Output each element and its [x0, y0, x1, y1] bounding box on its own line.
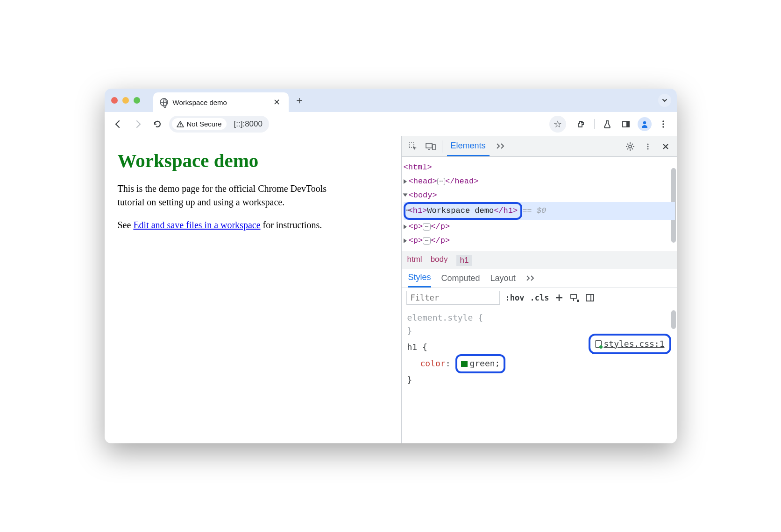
- tab-bar: Workspace demo ✕ ＋: [105, 89, 677, 112]
- collapsed-icon[interactable]: ⋯: [423, 237, 431, 245]
- scrollbar[interactable]: [671, 310, 676, 329]
- cls-toggle[interactable]: .cls: [530, 293, 549, 302]
- svg-rect-9: [426, 143, 432, 148]
- dom-node[interactable]: <body>: [409, 189, 437, 203]
- window-controls: [111, 97, 140, 104]
- bookmark-button[interactable]: ☆: [549, 116, 566, 133]
- tabs-overflow-icon[interactable]: [526, 269, 535, 287]
- minimize-window-button[interactable]: [122, 97, 129, 104]
- new-tab-button[interactable]: ＋: [294, 93, 305, 107]
- css-rule[interactable]: h1 { styles.css:1: [407, 341, 671, 354]
- content-area: Workspace demo This is the demo page for…: [105, 136, 677, 443]
- svg-rect-11: [433, 145, 435, 150]
- highlight-callout: green;: [455, 354, 505, 373]
- selected-indicator: == $0: [522, 204, 546, 218]
- dom-node[interactable]: <p>: [409, 234, 423, 248]
- styles-pane[interactable]: element.style { } h1 { styles.css:1 colo…: [402, 308, 677, 391]
- extensions-icon[interactable]: [574, 116, 589, 132]
- expand-icon[interactable]: [404, 238, 407, 243]
- dom-node-selected[interactable]: ⋯ <h1>Workspace demo</h1> == $0: [404, 202, 675, 220]
- dom-node[interactable]: <html>: [404, 161, 432, 175]
- reload-button[interactable]: [149, 116, 165, 132]
- svg-point-4: [643, 121, 646, 124]
- labs-icon[interactable]: [599, 116, 615, 132]
- browser-tab[interactable]: Workspace demo ✕: [153, 92, 289, 112]
- warning-icon: [177, 120, 184, 128]
- dom-tree[interactable]: <html> <head> ⋯ </head> <body> ⋯ <h1>Wor…: [402, 157, 677, 252]
- tab-title: Workspace demo: [173, 98, 267, 106]
- address-bar[interactable]: Not Secure [::]:8000: [169, 116, 269, 133]
- dom-node[interactable]: <head>: [409, 175, 437, 189]
- close-tab-icon[interactable]: ✕: [271, 97, 282, 107]
- overflow-icon[interactable]: ⋯: [406, 203, 412, 218]
- toggle-sidebar-icon[interactable]: [585, 293, 595, 302]
- tabs-overflow-button[interactable]: [658, 94, 671, 107]
- browser-window: Workspace demo ✕ ＋ Not Secure [::]:8000: [105, 89, 677, 443]
- inspect-icon[interactable]: [406, 140, 419, 153]
- new-style-rule-icon[interactable]: [554, 293, 564, 302]
- avatar-icon: [638, 117, 652, 131]
- file-icon: [595, 340, 602, 348]
- toolbar-divider: [594, 119, 595, 129]
- breadcrumb-item[interactable]: html: [407, 255, 422, 266]
- tabs-overflow-icon[interactable]: [494, 140, 507, 153]
- expand-icon[interactable]: [404, 224, 407, 229]
- dom-breadcrumb: html body h1: [402, 252, 677, 269]
- menu-button[interactable]: [655, 116, 671, 132]
- svg-rect-3: [626, 121, 629, 127]
- maximize-window-button[interactable]: [134, 97, 140, 104]
- page-paragraph: This is the demo page for the official C…: [118, 182, 342, 209]
- side-panel-icon[interactable]: [618, 116, 634, 132]
- expand-icon[interactable]: [404, 179, 407, 184]
- breadcrumb-item-active[interactable]: h1: [456, 255, 473, 266]
- svg-rect-18: [586, 294, 594, 301]
- element-style-rule[interactable]: element.style {: [407, 311, 671, 325]
- toolbar: Not Secure [::]:8000 ☆: [105, 112, 677, 136]
- filter-input[interactable]: [406, 291, 500, 305]
- back-button[interactable]: [110, 116, 126, 132]
- svg-point-6: [662, 123, 664, 125]
- svg-point-7: [662, 126, 664, 128]
- collapse-icon[interactable]: [403, 194, 407, 197]
- forward-button[interactable]: [130, 116, 146, 132]
- device-toggle-icon[interactable]: [424, 140, 437, 153]
- devtools-header: Elements: [402, 136, 677, 157]
- css-selector[interactable]: h1 {: [407, 342, 427, 352]
- css-property[interactable]: color: [420, 358, 446, 368]
- highlight-callout: <h1>Workspace demo</h1>: [404, 202, 523, 220]
- dom-node[interactable]: <p>: [409, 220, 423, 234]
- color-swatch[interactable]: [461, 361, 468, 367]
- highlight-callout: styles.css:1: [589, 334, 671, 355]
- hov-toggle[interactable]: :hov: [505, 293, 525, 302]
- css-value[interactable]: green;: [469, 358, 500, 368]
- profile-button[interactable]: [637, 116, 653, 132]
- page-heading: Workspace demo: [118, 149, 388, 172]
- security-chip[interactable]: Not Secure: [172, 118, 227, 130]
- styles-tab-bar: Styles Computed Layout: [402, 269, 677, 288]
- collapsed-icon[interactable]: ⋯: [423, 223, 431, 231]
- svg-point-15: [647, 148, 648, 149]
- tab-computed[interactable]: Computed: [441, 269, 480, 287]
- tab-styles[interactable]: Styles: [408, 269, 431, 287]
- page-viewport: Workspace demo This is the demo page for…: [105, 136, 401, 443]
- svg-point-1: [180, 126, 181, 126]
- close-window-button[interactable]: [111, 97, 118, 104]
- format-icon[interactable]: [569, 293, 580, 302]
- page-link[interactable]: Edit and save files in a workspace: [133, 220, 260, 230]
- source-link[interactable]: styles.css:1: [604, 337, 664, 351]
- collapsed-icon[interactable]: ⋯: [437, 178, 445, 185]
- url-text: [::]:8000: [229, 119, 267, 129]
- devtools-panel: Elements <html> <head> ⋯ </hea: [401, 136, 677, 443]
- page-paragraph: See Edit and save files in a workspace f…: [118, 218, 342, 232]
- settings-icon[interactable]: [624, 140, 637, 153]
- globe-icon: [160, 98, 168, 106]
- security-label: Not Secure: [187, 120, 222, 128]
- close-devtools-icon[interactable]: [659, 140, 672, 153]
- tab-layout[interactable]: Layout: [490, 269, 516, 287]
- breadcrumb-item[interactable]: body: [431, 255, 448, 266]
- svg-point-12: [629, 145, 632, 148]
- more-icon[interactable]: [641, 140, 654, 153]
- tab-elements[interactable]: Elements: [447, 136, 490, 156]
- styles-toolbar: :hov .cls: [402, 288, 677, 308]
- svg-point-14: [647, 146, 648, 147]
